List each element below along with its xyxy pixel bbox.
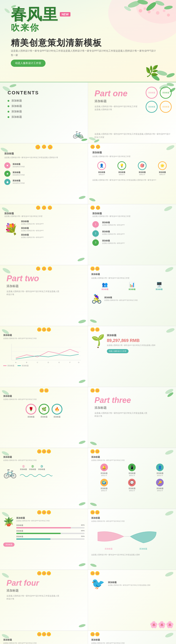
- slide-9a: 🌼🌼🌼 🪴 添加标题 这是最人照样设计售一家专业PPT设计时化工作室 添加标题8…: [0, 509, 88, 570]
- contents-dot-3: [8, 111, 9, 112]
- hero-btn[interactable]: 咱是人服务设计工作室: [11, 60, 46, 67]
- part-one-circles: 添加标题 添加标题 添加标题 添加标题: [146, 87, 172, 113]
- svg-point-59: [90, 441, 97, 446]
- slide-9b-content: 添加标题 这是最人照样设计售一家专业PPT设计时化工作室 添加标题 添加标题 这…: [88, 509, 176, 560]
- svg-point-34: [77, 257, 85, 262]
- waveform: [20, 472, 52, 479]
- svg-point-56: [78, 440, 86, 444]
- slide-4a: 🌼🌼🌼 添加标题 这是最人照样设计售一家专业PPT设计时化工作室 💐 添加标题 …: [0, 204, 88, 265]
- part-two-slide: 🌼🌼🌼 Part two 添加标题 这是最人照样设计售一家专业PPT设计时化工作…: [0, 265, 88, 326]
- slide-10b-content: 🐦 添加标题 这是最人照样设计售一家专业PPT设计时化工作室这是最人照样 🌸🌸🌸: [88, 570, 176, 593]
- row-8: 🌼🌼🌼 添加标题 这是最人照样设计售一家专业PPT设计时化工作室 🚲 ① 添加标…: [0, 448, 176, 509]
- svg-text:添加标题: 添加标题: [105, 548, 112, 550]
- svg-text:D: D: [48, 362, 49, 364]
- slide-3a: 🌼🌼🌼 添加标题 这是最人照样设计售一家专业PPT设计时化工作室这是最人照样设计…: [0, 143, 88, 204]
- part-two-title: 添加标题: [6, 284, 81, 288]
- slide-5b: 🌼🌼 添加标题 这是最人照样设计售一家专业PPT设计时化工作室 👥 添加标题 📊…: [88, 265, 176, 326]
- slide-6a-content: 添加标题 这是最人照样设计售一家专业PPT设计时化工作室 A B C D E: [0, 326, 88, 370]
- circle-2: 添加标题: [160, 87, 172, 99]
- bicycle-large-icon: 🚲: [3, 466, 17, 478]
- contents-title: CONTENTS: [8, 90, 84, 96]
- svg-text:C: C: [37, 362, 38, 364]
- part-three-slide: 🌼🌼 Part three 添加标题 这是最人照样设计售一家专业PPT设计时化工…: [88, 387, 176, 448]
- slide-4b-content: 添加标题 这是最人照样设计售一家专业PPT设计时化工作室 1 添加标题 这是最人…: [88, 204, 176, 250]
- slide-3a-content: 添加标题 这是最人照样设计售一家专业PPT设计时化工作室这是最人照样设计售 ♥ …: [0, 143, 88, 189]
- svg-point-2: [127, 0, 141, 9]
- part-three-content: Part three 添加标题 这是最人照样设计售一家专业PPT设计时化工作室这…: [88, 387, 176, 422]
- slide-8b: 🌼🌼 添加标题 这是最人照样设计售一家专业PPT设计时化工作室 🔔 添加标题 说…: [88, 448, 176, 509]
- item-row-3: ◆ 添加标题 添加说明文字内容: [4, 179, 84, 185]
- part-one-title: 添加标题: [94, 99, 138, 103]
- hero-main-desc-area: 精美创意策划清新模板: [11, 37, 102, 49]
- new-badge: NEW: [60, 12, 70, 16]
- part-one-bottom-text: 这是最人照样设计售一家专业PPT设计时化工作室这是最人照样设计售一家专业PPT设…: [94, 132, 172, 139]
- part-four-desc: 这是最人照样设计售一家专业PPT设计时化工作室这是最人照样设计售: [6, 594, 61, 601]
- flower-bouquet-icon: 💐: [4, 223, 18, 236]
- col-1: 👤 添加标题 说明文字: [97, 161, 106, 176]
- hero-btn-area[interactable]: 咱是人服务设计工作室: [11, 60, 46, 67]
- svg-point-41: [78, 379, 86, 384]
- slide-3b: 🌼🌼 添加标题 这是最人照样设计售一家专业PPT设计时化工作室 👤 添加标题 说…: [88, 143, 176, 204]
- timeline-item-2: 2 添加标题 这是最人照样设计售一家专业PPT: [92, 230, 172, 237]
- svg-point-63: [90, 502, 97, 506]
- contents-label-2: 添加标题: [12, 104, 22, 108]
- svg-text:添加标题: 添加标题: [139, 548, 147, 550]
- hero-subtitle-area: 吹来你: [11, 22, 40, 34]
- svg-point-10: [148, 10, 151, 14]
- slide-8b-content: 添加标题 这是最人照样设计售一家专业PPT设计时化工作室 🔔 添加标题 说明文字…: [88, 448, 176, 495]
- row-7: 🌼🌼 添加标题 这是最人照样设计售一家专业PPT设计时化工作室 🌹 添加标题 🌿…: [0, 387, 176, 448]
- contents-item-3: 添加标题: [8, 110, 84, 114]
- hero-slide: 春风里 NEW 吹来你 精美创意策划清新模板 这是最人照样设计售一家专业PPT设…: [0, 0, 176, 82]
- slide-3a-items: ♥ 添加标题 添加说明文字内容 ★ 添加标题 添加说明文字内容 ◆: [4, 162, 84, 185]
- hero-main-desc: 精美创意策划清新模板: [11, 37, 102, 49]
- contents-dot-2: [8, 106, 9, 107]
- svg-point-30: [78, 195, 86, 200]
- plant-icon: 🌱: [91, 334, 105, 346]
- slide-6a: 🌼🌼🌼 添加标题 这是最人照样设计售一家专业PPT设计时化工作室 A B C: [0, 326, 88, 387]
- rmb-number: 89,297,869 RMB: [107, 338, 173, 343]
- svg-point-3: [137, 0, 148, 5]
- line-chart: A B C D E F G: [5, 342, 83, 364]
- slide-9b: 🌼🌼 添加标题 这是最人照样设计售一家专业PPT设计时化工作室 添加标题 添加标…: [88, 509, 176, 570]
- part-four-label: Part four: [6, 578, 81, 588]
- ribbon-chart: 添加标题 添加标题: [91, 526, 169, 552]
- contents-item-2: 添加标题: [8, 104, 84, 108]
- svg-text:B: B: [26, 362, 27, 364]
- part-two-desc: 这是最人照样设计售一家专业PPT设计时化工作室这是最人照样设计售: [6, 290, 61, 296]
- part-one-label: Part one: [94, 89, 138, 98]
- bicycle-icon: 🚲: [72, 128, 84, 139]
- icons-row: 👥 添加标题 📊 添加标题 🖥️ 添加标题: [91, 282, 173, 290]
- svg-text:A: A: [15, 362, 16, 364]
- svg-point-9: [144, 7, 146, 10]
- row-11: 🌼🌼🌼 添加标题 这是最人照样设计售一家专业PPT设计时化工作室 添 加一 添加…: [0, 631, 176, 644]
- svg-point-18: [4, 8, 10, 14]
- part-two-label: Part two: [6, 274, 81, 283]
- slide-3b-content: 添加标题 这是最人照样设计售一家专业PPT设计时化工作室 👤 添加标题 说明文字…: [88, 143, 176, 186]
- svg-text:F: F: [69, 362, 70, 364]
- slide-11b: 🌼🌼 添加标题 这是最人照样设计售一家专业PPT设计时化工作室 添加 添加 添加…: [88, 631, 176, 644]
- item-icon-2: ★: [4, 171, 10, 177]
- slide-4b: 🌼🌼 添加标题 这是最人照样设计售一家专业PPT设计时化工作室 1 添加标题 这…: [88, 204, 176, 265]
- item-text-3: 添加标题 添加说明文字内容: [12, 179, 25, 184]
- slide-7a: 🌼🌼 添加标题 这是最人照样设计售一家专业PPT设计时化工作室 🌹 添加标题 🌿…: [0, 387, 88, 448]
- row-4: 🌼🌼🌼 添加标题 这是最人照样设计售一家专业PPT设计时化工作室 💐 添加标题 …: [0, 204, 176, 265]
- timeline: 1 添加标题 这是最人照样设计售一家专业PPT 2 添加标题 这是最人照样设计售…: [92, 221, 172, 246]
- svg-point-13: [163, 10, 166, 12]
- part-one-bottom: 这是最人照样设计售一家专业PPT设计时化工作室这是最人照样设计售一家专业PPT设…: [94, 132, 172, 139]
- slide-3a-title: 添加标题: [4, 152, 84, 155]
- circle-4: 添加标题: [160, 101, 172, 113]
- row-5: 🌼🌼🌼 Part two 添加标题 这是最人照样设计售一家专业PPT设计时化工作…: [0, 265, 176, 326]
- part-one-content: Part one 添加标题 这是最人照样设计售一家专业PPT设计时化工作室这是最…: [94, 89, 138, 111]
- potted-plant-icon: 🪴: [3, 516, 14, 527]
- row-3: 🌼🌼🌼 添加标题 这是最人照样设计售一家专业PPT设计时化工作室这是最人照样设计…: [0, 143, 176, 204]
- yellow-flowers-top: 🌼🌼🌼: [35, 144, 53, 150]
- slide-3a-text: 这是最人照样设计售一家专业PPT设计时化工作室这是最人照样设计售: [4, 156, 84, 159]
- item-text-2: 添加标题 添加说明文字内容: [12, 171, 25, 176]
- contents-inner: CONTENTS 添加标题 添加标题 添加标题 添加标题: [0, 82, 88, 143]
- svg-text:G: G: [78, 362, 79, 364]
- contents-label-1: 添加标题: [12, 99, 22, 102]
- svg-point-16: [166, 72, 175, 78]
- hero-subtitle: 吹来你: [11, 23, 40, 32]
- slide-6b: 🌼🌼 🌱 🦋 添加标题 89,297,869 RMB 这是最人照样设计售一家专业…: [88, 326, 176, 387]
- svg-point-65: [78, 563, 86, 567]
